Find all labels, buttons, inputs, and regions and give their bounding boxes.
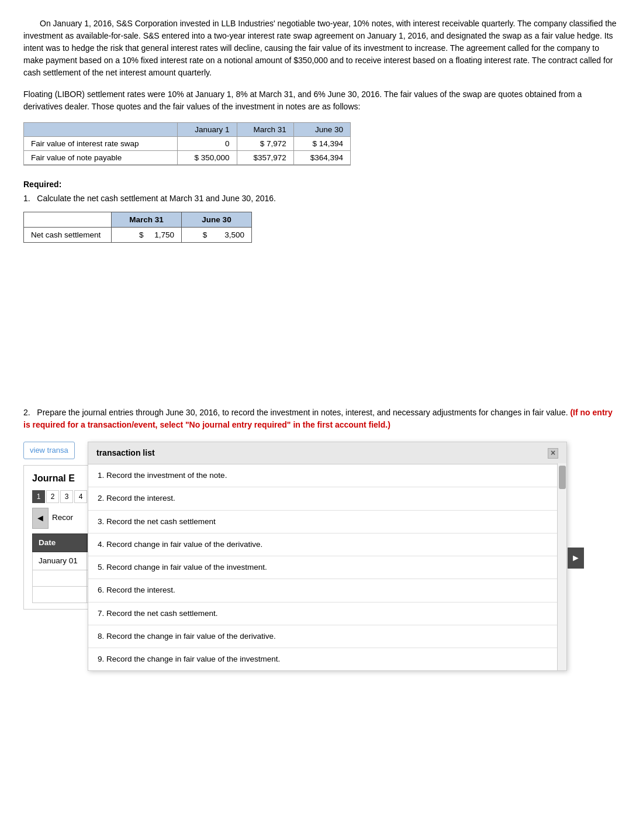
nav-right-arrow[interactable]: ►: [568, 548, 584, 569]
intro-paragraph1: On January 1, 2016, S&S Corporation inve…: [23, 18, 620, 79]
question2-number: 2.: [23, 408, 30, 417]
ncs-col-mar31: March 31: [112, 212, 182, 228]
transaction-item-2[interactable]: 2. Record the interest.: [88, 487, 557, 510]
required-section: Required: 1. Calculate the net cash sett…: [23, 180, 620, 243]
popup-area: view transa Journal E 1 2 3 4 5 6 ... ◄ …: [23, 442, 620, 610]
page-num-3[interactable]: 3: [60, 490, 73, 503]
fv-swap-jun30: $ 14,394: [293, 137, 350, 151]
col-jun30: June 30: [293, 123, 350, 137]
transaction-item-4[interactable]: 4. Record change in fair value of the de…: [88, 533, 557, 556]
question2-section: 2. Prepare the journal entries through J…: [23, 407, 620, 610]
page-num-2[interactable]: 2: [46, 490, 59, 503]
ncs-col-jun30: June 30: [182, 212, 252, 228]
transaction-popup: transaction list × 1. Record the investm…: [88, 442, 567, 671]
required-label: Required:: [23, 180, 620, 189]
ncs-row: Net cash settlement $ 1,750 $ 3,500: [24, 228, 252, 243]
question2-text: 2. Prepare the journal entries through J…: [23, 407, 620, 431]
transaction-item-7[interactable]: 7. Record the net cash settlement.: [88, 603, 557, 625]
fv-note-jan1: $ 350,000: [177, 151, 237, 166]
fair-value-table-wrapper: January 1 March 31 June 30 Fair value of…: [23, 122, 620, 166]
transaction-item-6[interactable]: 6. Record the interest.: [88, 579, 557, 602]
fair-value-table: January 1 March 31 June 30 Fair value of…: [23, 122, 351, 166]
fv-note-label: Fair value of note payable: [24, 151, 178, 166]
journal-date-value: January 01: [33, 552, 87, 570]
col-jan1: January 1: [177, 123, 237, 137]
journal-date-2: [33, 570, 87, 587]
transaction-item-3[interactable]: 3. Record the net cash settlement: [88, 511, 557, 533]
transaction-item-9[interactable]: 9. Record the change in fair value of th…: [88, 648, 557, 670]
nav-left-arrow[interactable]: ◄: [32, 508, 49, 529]
table-row: Fair value of interest rate swap 0 $ 7,9…: [24, 137, 351, 151]
fv-swap-mar31: $ 7,972: [237, 137, 293, 151]
question1-number: 1.: [23, 194, 30, 203]
intro-paragraph2: Floating (LIBOR) settlement rates were 1…: [23, 88, 620, 113]
fv-swap-jan1: 0: [177, 137, 237, 151]
transaction-item-1[interactable]: 1. Record the investment of the note.: [88, 464, 557, 487]
scroll-thumb: [559, 466, 566, 489]
fv-note-jun30: $364,394: [293, 151, 350, 166]
ncs-table: March 31 June 30 Net cash settlement $ 1…: [23, 212, 252, 243]
question1-text: Calculate the net cash settlement at Mar…: [37, 194, 276, 203]
popup-close-button[interactable]: ×: [548, 448, 558, 459]
question2-body: Prepare the journal entries through June…: [37, 408, 568, 417]
transaction-item-8[interactable]: 8. Record the change in fair value of th…: [88, 625, 557, 648]
page-num-4[interactable]: 4: [74, 490, 87, 503]
popup-scrollbar[interactable]: [557, 463, 566, 670]
ncs-label: Net cash settlement: [24, 228, 112, 243]
journal-date-3: [33, 587, 87, 603]
question1-item: 1. Calculate the net cash settlement at …: [23, 192, 620, 205]
ncs-june30: $ 3,500: [182, 228, 252, 243]
transaction-item-5[interactable]: 5. Record change in fair value of the in…: [88, 556, 557, 579]
popup-body: 1. Record the investment of the note. 2.…: [88, 464, 566, 670]
col-mar31: March 31: [237, 123, 293, 137]
journal-entry-label: Recor: [52, 512, 73, 524]
journal-date-header: Date: [33, 533, 87, 552]
popup-title: transaction list: [96, 447, 155, 459]
view-transactions-button[interactable]: view transa: [23, 442, 75, 459]
table-row: Fair value of note payable $ 350,000 $35…: [24, 151, 351, 166]
ncs-empty-header: [24, 212, 112, 228]
fv-swap-label: Fair value of interest rate swap: [24, 137, 178, 151]
ncs-march31: $ 1,750: [112, 228, 182, 243]
popup-header: transaction list ×: [88, 442, 566, 464]
page-num-1[interactable]: 1: [32, 490, 45, 503]
fv-note-mar31: $357,972: [237, 151, 293, 166]
